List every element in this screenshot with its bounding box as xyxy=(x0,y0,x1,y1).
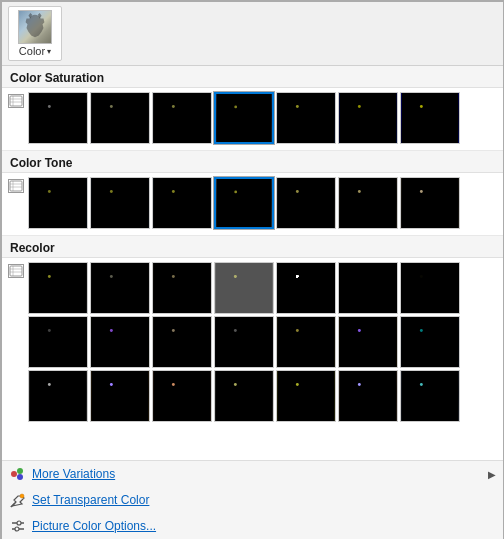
thumb[interactable] xyxy=(152,262,212,314)
svg-rect-344 xyxy=(418,355,423,365)
svg-rect-200 xyxy=(108,301,113,311)
svg-rect-161 xyxy=(363,216,368,226)
thumb[interactable] xyxy=(400,262,460,314)
svg-rect-72 xyxy=(356,131,361,141)
more-variations-label: More Variations xyxy=(32,467,115,481)
svg-rect-74 xyxy=(370,130,374,140)
thumb[interactable] xyxy=(152,177,212,229)
svg-rect-430 xyxy=(432,408,436,418)
svg-point-103 xyxy=(48,190,51,193)
color-button[interactable]: Color ▾ xyxy=(8,6,62,61)
thumb[interactable] xyxy=(90,370,150,422)
tone-thumbs xyxy=(28,177,460,229)
thumb[interactable] xyxy=(276,316,336,368)
svg-rect-370 xyxy=(122,408,126,418)
svg-rect-14 xyxy=(60,130,64,140)
svg-rect-297 xyxy=(177,355,182,365)
tone-section: Color Tone xyxy=(2,150,504,235)
svg-point-407 xyxy=(296,383,299,386)
svg-point-115 xyxy=(110,190,113,193)
svg-rect-162 xyxy=(370,215,374,225)
svg-rect-102 xyxy=(60,215,64,225)
thumb[interactable] xyxy=(400,92,460,144)
svg-point-151 xyxy=(296,190,299,193)
svg-rect-60 xyxy=(294,131,299,141)
svg-rect-148 xyxy=(294,216,299,226)
svg-rect-236 xyxy=(294,301,299,311)
svg-rect-124 xyxy=(170,216,175,226)
svg-rect-334 xyxy=(370,354,374,364)
svg-rect-416 xyxy=(356,409,361,419)
svg-point-127 xyxy=(172,190,175,193)
svg-rect-189 xyxy=(53,301,58,311)
svg-point-431 xyxy=(420,383,423,386)
thumb[interactable] xyxy=(400,370,460,422)
svg-rect-48 xyxy=(233,131,238,140)
svg-point-239 xyxy=(296,275,299,278)
thumb[interactable] xyxy=(214,370,274,422)
thumb[interactable] xyxy=(152,92,212,144)
svg-rect-369 xyxy=(115,409,120,419)
thumb[interactable] xyxy=(152,316,212,368)
thumb[interactable] xyxy=(338,262,398,314)
thumb[interactable] xyxy=(276,92,336,144)
thumb[interactable] xyxy=(214,177,274,229)
thumb[interactable] xyxy=(214,262,274,314)
thumb[interactable] xyxy=(90,316,150,368)
svg-point-299 xyxy=(172,329,175,332)
thumb[interactable] xyxy=(90,262,150,314)
svg-rect-202 xyxy=(122,300,126,310)
svg-rect-284 xyxy=(108,355,113,365)
svg-rect-333 xyxy=(363,355,368,365)
tone-header: Color Tone xyxy=(2,151,504,173)
svg-point-139 xyxy=(234,191,237,194)
thumb[interactable] xyxy=(28,177,88,229)
svg-point-215 xyxy=(172,275,175,278)
svg-rect-113 xyxy=(115,216,120,226)
thumb[interactable] xyxy=(338,177,398,229)
more-variations-arrow: ▶ xyxy=(488,469,496,480)
thumb[interactable] xyxy=(276,177,336,229)
tone-section-icon xyxy=(8,179,24,193)
svg-rect-36 xyxy=(170,131,175,141)
thumb[interactable] xyxy=(214,316,274,368)
thumb[interactable] xyxy=(338,370,398,422)
svg-rect-332 xyxy=(356,355,361,365)
svg-rect-406 xyxy=(308,408,312,418)
thumb[interactable] xyxy=(28,262,88,314)
svg-rect-394 xyxy=(246,408,250,418)
svg-rect-174 xyxy=(432,215,436,225)
thumb[interactable] xyxy=(338,316,398,368)
svg-point-191 xyxy=(48,275,51,278)
svg-point-419 xyxy=(358,383,361,386)
svg-rect-382 xyxy=(184,408,188,418)
svg-point-227 xyxy=(234,275,237,278)
thumb[interactable] xyxy=(276,370,336,422)
svg-rect-224 xyxy=(232,301,237,311)
svg-rect-213 xyxy=(177,301,182,311)
thumb[interactable] xyxy=(28,316,88,368)
more-variations-item[interactable]: More Variations ▶ xyxy=(2,461,504,487)
set-transparent-item[interactable]: Set Transparent Color xyxy=(2,487,504,513)
thumb[interactable] xyxy=(90,92,150,144)
svg-rect-345 xyxy=(425,355,430,365)
svg-rect-262 xyxy=(432,300,436,310)
thumb[interactable] xyxy=(90,177,150,229)
thumb[interactable] xyxy=(28,92,88,144)
thumb[interactable] xyxy=(400,316,460,368)
svg-point-287 xyxy=(110,329,113,332)
picture-color-options-item[interactable]: Picture Color Options... xyxy=(2,513,504,539)
thumb[interactable] xyxy=(400,177,460,229)
svg-rect-322 xyxy=(308,354,312,364)
svg-rect-238 xyxy=(308,300,312,310)
thumb[interactable] xyxy=(28,370,88,422)
thumb[interactable] xyxy=(276,262,336,314)
color-button-label: Color xyxy=(19,45,45,57)
thumb[interactable] xyxy=(338,92,398,144)
thumb[interactable] xyxy=(152,370,212,422)
toolbar: Color ▾ xyxy=(2,2,504,66)
svg-rect-12 xyxy=(46,131,51,141)
svg-rect-190 xyxy=(60,300,64,310)
svg-rect-149 xyxy=(301,216,306,226)
thumb[interactable] xyxy=(214,92,274,144)
